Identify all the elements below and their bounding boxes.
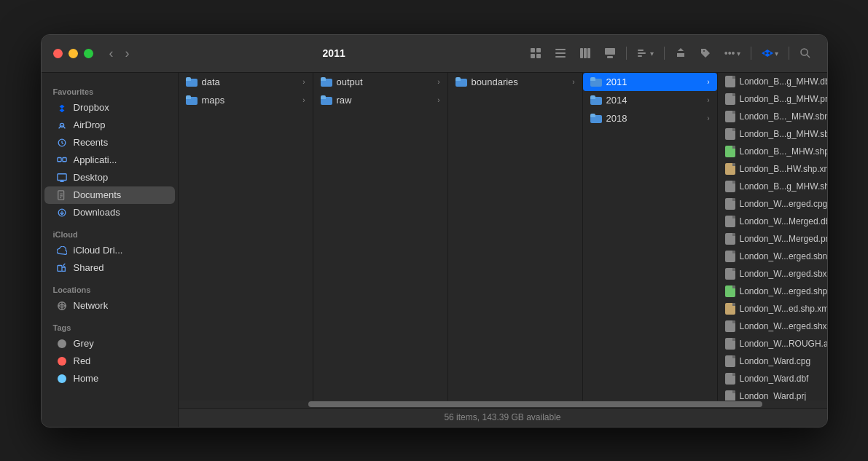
file-item[interactable]: London_W...erged.cpg bbox=[718, 195, 827, 213]
file-item[interactable]: London_W...Merged.prj bbox=[718, 230, 827, 248]
file-item[interactable]: London_Ward.cpg bbox=[718, 352, 827, 370]
view-icons-button[interactable] bbox=[525, 44, 546, 62]
file-item[interactable]: London_B..._MHW.shp bbox=[718, 143, 827, 160]
sidebar-item-label: Shared bbox=[74, 262, 104, 273]
file-icon bbox=[725, 163, 735, 175]
folder-boundaries[interactable]: boundaries › bbox=[448, 73, 582, 91]
file-label: London_Ward.cpg bbox=[740, 356, 811, 366]
file-item[interactable]: London_Ward.dbf bbox=[718, 370, 827, 387]
folder-icon bbox=[186, 95, 198, 105]
file-item[interactable]: London_B...HW.shp.xml bbox=[718, 160, 827, 178]
sidebar-item-network[interactable]: Network bbox=[44, 297, 175, 315]
file-icon bbox=[725, 233, 735, 245]
file-icon bbox=[725, 93, 735, 105]
folder-label: 2011 bbox=[606, 76, 703, 87]
sidebar-item-applications[interactable]: Applicati... bbox=[44, 151, 175, 169]
file-item[interactable]: London_B...g_MHW.dbf bbox=[718, 73, 827, 90]
folder-icon bbox=[321, 77, 332, 87]
view-gallery-button[interactable] bbox=[600, 44, 620, 62]
sidebar-item-red-tag[interactable]: Red bbox=[44, 352, 175, 370]
sidebar-item-dropbox[interactable]: Dropbox bbox=[44, 99, 175, 117]
folder-2014[interactable]: 2014 › bbox=[583, 91, 717, 109]
file-item[interactable]: London_W...Merged.dbf bbox=[718, 213, 827, 230]
folder-label: data bbox=[202, 76, 299, 87]
svg-rect-30 bbox=[57, 265, 61, 271]
folder-output[interactable]: output › bbox=[313, 73, 447, 91]
folder-label: maps bbox=[202, 95, 299, 106]
file-item[interactable]: London_W...erged.sbn bbox=[718, 248, 827, 265]
file-item[interactable]: London_W...ROUGH.atx bbox=[718, 335, 827, 352]
folder-2011[interactable]: 2011 › bbox=[583, 73, 717, 91]
shared-icon bbox=[56, 262, 68, 274]
group-button[interactable]: ▾ bbox=[633, 44, 658, 62]
tag-icon bbox=[700, 47, 711, 59]
sidebar-item-grey-tag[interactable]: Grey bbox=[44, 335, 175, 352]
minimize-button[interactable] bbox=[69, 49, 78, 58]
folder-2018[interactable]: 2018 › bbox=[583, 109, 717, 127]
sidebar-item-recents[interactable]: Recents bbox=[44, 134, 175, 151]
chevron-right-icon: › bbox=[707, 96, 709, 104]
file-label: London_B..._MHW.shp bbox=[740, 146, 827, 157]
file-item[interactable]: London_B...g_MHW.sbx bbox=[718, 125, 827, 143]
sidebar-item-downloads[interactable]: Downloads bbox=[44, 204, 175, 221]
svg-line-16 bbox=[807, 55, 810, 58]
file-item[interactable]: London_W...ed.shp.xml bbox=[718, 300, 827, 318]
file-item[interactable]: London_B...g_MHW.prj bbox=[718, 90, 827, 108]
folder-data[interactable]: data › bbox=[179, 73, 313, 91]
dropbox-icon bbox=[762, 47, 773, 59]
file-icon bbox=[725, 355, 735, 367]
tag-button[interactable] bbox=[695, 44, 716, 62]
column-2: output › raw › bbox=[313, 73, 448, 401]
file-label: London_W...Merged.prj bbox=[740, 234, 827, 244]
view-columns-button[interactable] bbox=[575, 44, 595, 62]
maximize-button[interactable] bbox=[84, 49, 93, 58]
sidebar-item-documents[interactable]: Documents bbox=[44, 186, 175, 204]
documents-icon bbox=[56, 189, 68, 201]
file-item[interactable]: London_W...erged.shx bbox=[718, 318, 827, 335]
grey-tag-icon bbox=[56, 338, 68, 350]
svg-rect-4 bbox=[555, 49, 566, 50]
folder-label: boundaries bbox=[472, 76, 568, 87]
more-options-button[interactable]: ••• ▾ bbox=[720, 44, 745, 62]
view-list-button[interactable] bbox=[550, 44, 571, 62]
folder-maps[interactable]: maps › bbox=[179, 91, 313, 109]
back-button[interactable]: ‹ bbox=[105, 44, 118, 63]
sidebar-item-shared[interactable]: Shared bbox=[44, 259, 175, 277]
forward-button[interactable]: › bbox=[121, 44, 134, 63]
dropbox-button[interactable]: ▾ bbox=[757, 44, 783, 62]
share-button[interactable] bbox=[670, 44, 691, 62]
svg-rect-11 bbox=[607, 56, 613, 58]
svg-line-32 bbox=[63, 263, 65, 265]
file-item[interactable]: London_W...erged.shp bbox=[718, 283, 827, 300]
sidebar-item-label: Recents bbox=[74, 137, 109, 148]
file-label: London_B...g_MHW.sbx bbox=[740, 129, 827, 139]
file-item[interactable]: London_Ward.prj bbox=[718, 387, 827, 401]
sidebar-item-icloud-drive[interactable]: iCloud Dri... bbox=[44, 242, 175, 259]
scrollbar-thumb[interactable] bbox=[308, 401, 762, 407]
column-1: data › maps › bbox=[179, 73, 313, 401]
search-button[interactable] bbox=[795, 44, 816, 62]
close-button[interactable] bbox=[53, 49, 63, 58]
sidebar-item-home-tag[interactable]: Home bbox=[44, 370, 175, 387]
folder-icon bbox=[590, 114, 602, 123]
status-bar: 56 items, 143.39 GB available bbox=[179, 408, 827, 427]
file-item[interactable]: London_B...g_MHW.shx bbox=[718, 178, 827, 195]
grid-icon bbox=[530, 47, 541, 59]
sidebar-item-desktop[interactable]: Desktop bbox=[44, 169, 175, 186]
toolbar-right: ▾ ••• ▾ ▾ bbox=[525, 44, 816, 62]
traffic-lights bbox=[53, 49, 93, 58]
sidebar-item-label: Desktop bbox=[74, 172, 109, 183]
red-tag-icon bbox=[56, 355, 68, 367]
share-icon bbox=[675, 47, 687, 59]
file-item[interactable]: London_B..._MHW.sbn bbox=[718, 108, 827, 125]
sidebar-item-airdrop[interactable]: AirDrop bbox=[44, 117, 175, 134]
horizontal-scrollbar[interactable] bbox=[179, 401, 827, 408]
file-item[interactable]: London_W...erged.sbx bbox=[718, 265, 827, 283]
file-icon bbox=[725, 216, 735, 227]
folder-raw[interactable]: raw › bbox=[313, 91, 447, 109]
file-icon bbox=[725, 251, 735, 262]
svg-rect-6 bbox=[555, 56, 566, 58]
file-label: London_Ward.dbf bbox=[740, 374, 809, 384]
file-icon bbox=[725, 76, 735, 87]
sidebar-item-label: Applicati... bbox=[74, 154, 117, 165]
